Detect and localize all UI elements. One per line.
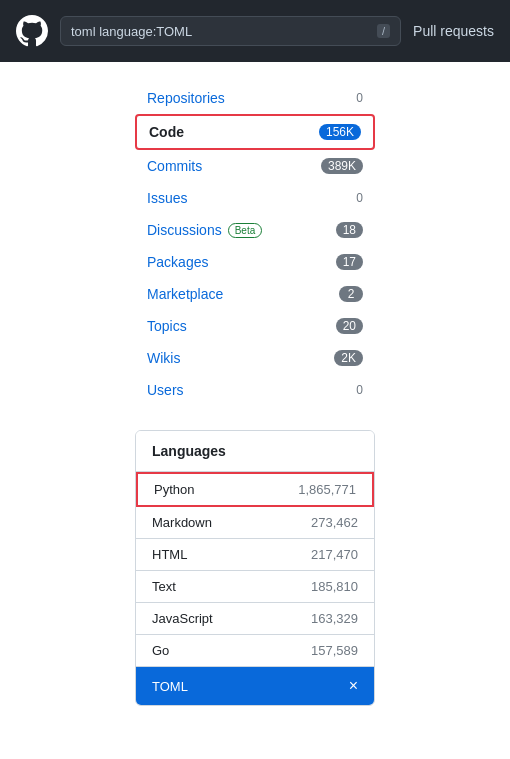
language-go[interactable]: Go 157,589 <box>136 635 374 667</box>
filter-topics-label: Topics <box>147 318 187 334</box>
language-python-name: Python <box>154 482 194 497</box>
pull-requests-link[interactable]: Pull requests <box>413 23 494 39</box>
filter-users-count: 0 <box>356 383 363 397</box>
filter-users-label: Users <box>147 382 184 398</box>
filter-discussions[interactable]: Discussions Beta 18 <box>135 214 375 246</box>
filter-wikis-count: 2K <box>334 350 363 366</box>
language-javascript-count: 163,329 <box>311 611 358 626</box>
filter-issues-label: Issues <box>147 190 187 206</box>
language-html-name: HTML <box>152 547 187 562</box>
filter-repositories[interactable]: Repositories 0 <box>135 82 375 114</box>
filter-marketplace[interactable]: Marketplace 2 <box>135 278 375 310</box>
beta-badge: Beta <box>228 223 263 238</box>
filter-marketplace-count: 2 <box>339 286 363 302</box>
filter-repositories-count: 0 <box>356 91 363 105</box>
filter-wikis-label: Wikis <box>147 350 180 366</box>
filter-panel: Repositories 0 Code 156K Commits 389K Is… <box>135 82 375 406</box>
language-text-count: 185,810 <box>311 579 358 594</box>
filter-issues-count: 0 <box>356 191 363 205</box>
language-go-name: Go <box>152 643 169 658</box>
filter-code[interactable]: Code 156K <box>135 114 375 150</box>
language-toml-name: TOML <box>152 679 188 694</box>
filter-packages[interactable]: Packages 17 <box>135 246 375 278</box>
filter-packages-label: Packages <box>147 254 208 270</box>
language-go-count: 157,589 <box>311 643 358 658</box>
github-logo[interactable] <box>16 15 48 47</box>
filter-commits-label: Commits <box>147 158 202 174</box>
search-value: toml language:TOML <box>71 24 192 39</box>
language-text-name: Text <box>152 579 176 594</box>
main-content: Repositories 0 Code 156K Commits 389K Is… <box>0 62 510 759</box>
slash-badge: / <box>377 24 390 38</box>
language-markdown-count: 273,462 <box>311 515 358 530</box>
filter-marketplace-label: Marketplace <box>147 286 223 302</box>
filter-repositories-label: Repositories <box>147 90 225 106</box>
language-toml-remove[interactable]: × <box>349 677 358 695</box>
language-python-count: 1,865,771 <box>298 482 356 497</box>
top-header: toml language:TOML / Pull requests <box>0 0 510 62</box>
filter-code-count: 156K <box>319 124 361 140</box>
languages-section: Languages Python 1,865,771 Markdown 273,… <box>135 430 375 706</box>
language-html[interactable]: HTML 217,470 <box>136 539 374 571</box>
filter-discussions-count: 18 <box>336 222 363 238</box>
filter-issues[interactable]: Issues 0 <box>135 182 375 214</box>
filter-topics-count: 20 <box>336 318 363 334</box>
language-markdown[interactable]: Markdown 273,462 <box>136 507 374 539</box>
filter-wikis[interactable]: Wikis 2K <box>135 342 375 374</box>
language-python[interactable]: Python 1,865,771 <box>136 472 374 507</box>
filter-commits[interactable]: Commits 389K <box>135 150 375 182</box>
language-text[interactable]: Text 185,810 <box>136 571 374 603</box>
language-markdown-name: Markdown <box>152 515 212 530</box>
language-toml-active[interactable]: TOML × <box>136 667 374 705</box>
filter-commits-count: 389K <box>321 158 363 174</box>
language-javascript-name: JavaScript <box>152 611 213 626</box>
language-javascript[interactable]: JavaScript 163,329 <box>136 603 374 635</box>
languages-header: Languages <box>136 431 374 472</box>
language-html-count: 217,470 <box>311 547 358 562</box>
search-bar[interactable]: toml language:TOML / <box>60 16 401 46</box>
filter-users[interactable]: Users 0 <box>135 374 375 406</box>
filter-topics[interactable]: Topics 20 <box>135 310 375 342</box>
filter-discussions-label: Discussions Beta <box>147 222 262 238</box>
filter-code-label: Code <box>149 124 184 140</box>
filter-packages-count: 17 <box>336 254 363 270</box>
